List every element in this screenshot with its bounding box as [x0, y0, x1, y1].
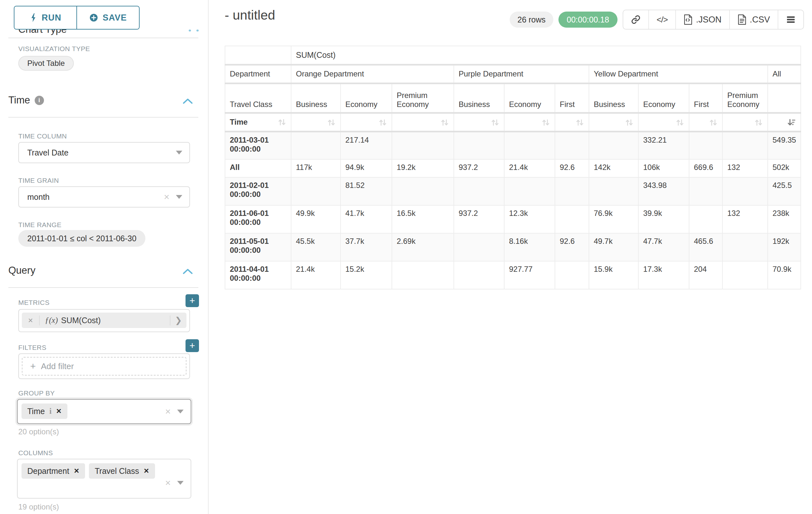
data-cell [392, 177, 454, 205]
caret-down-icon[interactable] [177, 410, 183, 413]
chart-type-chevron-fragment [189, 30, 191, 31]
sort-icon[interactable] [542, 118, 550, 127]
add-filter-button[interactable]: + Add filter [22, 357, 186, 376]
data-cell [555, 177, 589, 205]
sort-column-cell[interactable] [555, 113, 589, 131]
group-by-label: GROUP BY [18, 389, 55, 397]
sort-icon[interactable] [576, 118, 584, 127]
corner-time-label[interactable]: Time [225, 113, 291, 131]
chevron-up-icon[interactable] [182, 268, 193, 275]
sort-icon[interactable] [491, 118, 499, 127]
more-menu-button[interactable] [778, 10, 803, 29]
time-column-label: TIME COLUMN [18, 132, 67, 140]
metric-chip[interactable]: × ƒ(x) SUM(Cost) ❯ [22, 313, 186, 328]
select-chip[interactable]: Travel Class✕ [89, 463, 155, 479]
csv-file-icon [737, 15, 747, 25]
hamburger-menu-icon [786, 16, 795, 24]
sort-column-cell[interactable] [504, 113, 555, 131]
add-filter-plus-button[interactable]: + [185, 339, 199, 352]
share-link-button[interactable] [623, 10, 648, 29]
data-cell: 92.6 [555, 159, 589, 177]
select-chip[interactable]: Timei✕ [22, 404, 67, 419]
data-cell: 132 [722, 205, 768, 233]
clear-icon[interactable]: × [165, 478, 171, 488]
sort-icon[interactable] [709, 118, 718, 127]
pivot-table-container: SUM(Cost)DepartmentOrange DepartmentPurp… [225, 46, 801, 290]
sort-column-cell[interactable] [454, 113, 504, 131]
data-cell: 937.2 [454, 205, 504, 233]
chart-type-chevron-fragment [196, 30, 199, 31]
plus-icon: + [30, 361, 36, 372]
query-section-header[interactable]: Query [8, 265, 35, 276]
data-cell [689, 177, 722, 205]
data-cell: 15.2k [341, 261, 392, 289]
time-section-header[interactable]: Time i [8, 94, 44, 106]
sort-icon[interactable] [327, 118, 336, 127]
sort-icon[interactable] [675, 118, 684, 127]
time-grain-select[interactable]: month × [18, 186, 190, 208]
bolt-icon [30, 13, 37, 23]
caret-down-icon[interactable] [177, 481, 183, 485]
table-row: 2011-02-01 00:00:0081.52343.98425.5 [225, 177, 801, 205]
control-panel: RUN SAVE Chart Type VISUALIZATION TYPE P… [0, 0, 209, 514]
data-cell [504, 177, 555, 205]
select-chip[interactable]: Department✕ [22, 463, 85, 479]
add-filter-label: Add filter [41, 361, 74, 371]
sort-icon[interactable] [378, 118, 387, 127]
sort-column-cell[interactable] [722, 113, 768, 131]
chart-title[interactable]: - untitled [225, 8, 275, 23]
sort-icon[interactable] [625, 118, 634, 127]
time-grain-label: TIME GRAIN [18, 177, 59, 184]
column-header: Economy [341, 83, 392, 113]
sort-column-cell[interactable] [589, 113, 638, 131]
remove-chip-icon[interactable]: ✕ [56, 407, 62, 415]
add-metric-button[interactable]: + [185, 294, 199, 307]
table-row: 2011-03-01 00:00:00217.14332.21549.35 [225, 131, 801, 159]
sort-column-cell[interactable] [768, 113, 801, 131]
time-column-select[interactable]: Travel Date [18, 142, 190, 163]
column-header: Economy [504, 83, 555, 113]
data-cell: 238k [768, 205, 801, 233]
sort-column-cell[interactable] [291, 113, 341, 131]
chevron-up-icon[interactable] [182, 98, 193, 105]
view-query-button[interactable]: </> [648, 10, 675, 29]
group-by-select[interactable]: Timei✕ × [17, 399, 191, 424]
visualization-type-label: VISUALIZATION TYPE [18, 45, 90, 53]
metric-header: SUM(Cost) [291, 46, 801, 64]
data-cell: 21.4k [291, 261, 341, 289]
sort-column-cell[interactable] [689, 113, 722, 131]
remove-chip-icon[interactable]: ✕ [74, 467, 80, 475]
metrics-select[interactable]: × ƒ(x) SUM(Cost) ❯ [18, 309, 190, 332]
sort-icon[interactable] [440, 118, 449, 127]
sort-desc-icon[interactable] [787, 118, 796, 127]
run-button[interactable]: RUN [14, 6, 77, 29]
viz-type-pill[interactable]: Pivot Table [18, 56, 74, 71]
sort-icon[interactable] [278, 118, 286, 127]
clear-icon[interactable]: × [165, 407, 171, 416]
time-section-title: Time [8, 94, 30, 106]
export-json-button[interactable]: .JSON [675, 10, 729, 29]
columns-select[interactable]: Department✕Travel Class✕ × [17, 459, 191, 498]
export-csv-button[interactable]: .CSV [729, 10, 778, 29]
chevron-right-icon[interactable]: ❯ [170, 316, 186, 325]
save-button[interactable]: SAVE [77, 6, 139, 29]
sort-icon[interactable] [754, 118, 763, 127]
save-button-label: SAVE [103, 13, 127, 23]
column-group-header: Orange Department [291, 64, 454, 83]
data-cell [589, 131, 638, 159]
data-cell [722, 177, 768, 205]
time-grain-value: month [27, 192, 164, 202]
remove-chip-icon[interactable]: ✕ [143, 467, 149, 475]
column-header: First [555, 83, 589, 113]
table-row: All117k94.9k19.2k937.221.4k92.6142k106k6… [225, 159, 801, 177]
data-cell: 937.2 [454, 159, 504, 177]
data-cell [722, 233, 768, 261]
data-cell: 502k [768, 159, 801, 177]
sort-column-cell[interactable] [638, 113, 689, 131]
clear-icon[interactable]: × [164, 192, 170, 202]
sort-column-cell[interactable] [341, 113, 392, 131]
section-divider [8, 117, 198, 117]
time-range-pill[interactable]: 2011-01-01 ≤ col < 2011-06-30 [18, 230, 145, 247]
sort-column-cell[interactable] [392, 113, 454, 131]
remove-metric-icon[interactable]: × [22, 316, 40, 325]
